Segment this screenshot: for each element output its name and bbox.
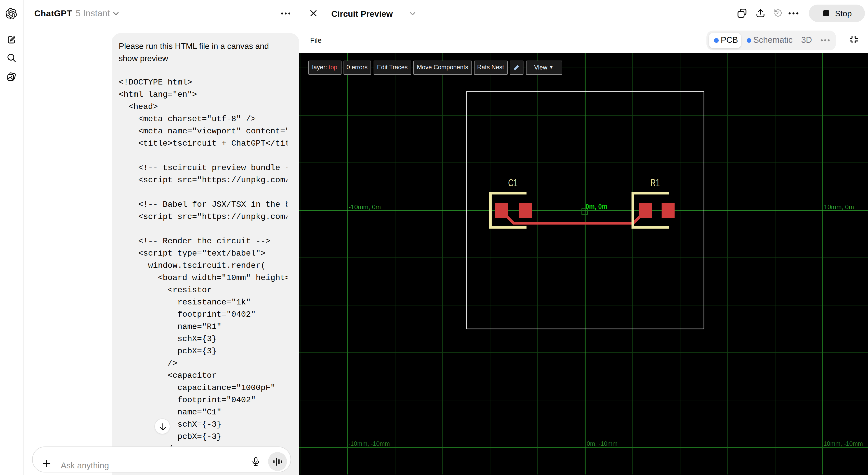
svg-text:C1: C1 [508,177,518,189]
svg-text:0m, -10mm: 0m, -10mm [587,440,618,447]
svg-text:0m, 0m: 0m, 0m [586,203,608,210]
svg-text:10mm, -10mm: 10mm, -10mm [824,440,863,447]
svg-text:10mm, 0m: 10mm, 0m [824,203,854,210]
svg-text:-10mm, 0m: -10mm, 0m [349,203,381,210]
svg-text:-10mm, -10mm: -10mm, -10mm [348,440,390,447]
svg-text:R1: R1 [650,177,660,189]
